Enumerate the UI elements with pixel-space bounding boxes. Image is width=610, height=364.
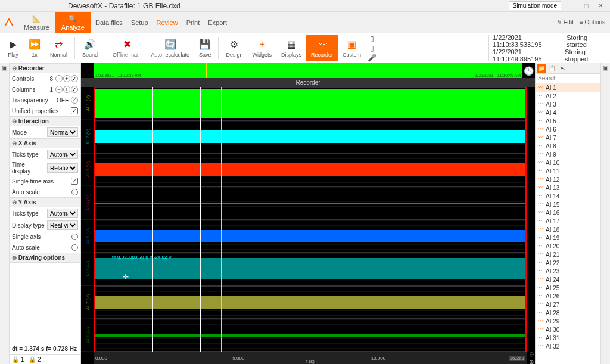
cursor-play[interactable] [221,87,222,352]
channel-item-ai-9[interactable]: 〰AI 9 [536,150,600,158]
channel-item-ai-31[interactable]: 〰AI 31 [536,334,600,342]
widgets-button[interactable]: ＋Widgets [247,35,276,61]
track-2[interactable] [94,120,527,154]
displays-button[interactable]: ▦Displays [276,35,306,61]
channel-item-ai-6[interactable]: 〰AI 6 [536,125,600,133]
channel-item-ai-5[interactable]: 〰AI 5 [536,117,600,125]
custom-button[interactable]: ▣Custom [338,35,366,61]
section-xaxis[interactable]: X Axis [10,138,80,148]
zoom-in-icon[interactable]: ⊕ [529,359,534,364]
track-5[interactable] [94,220,527,253]
maximize-button[interactable]: □ [579,1,593,11]
track-4[interactable] [94,186,527,220]
save-button[interactable]: 💾Save [194,35,216,61]
search-input[interactable] [536,74,610,83]
mic-icon[interactable]: 🎤 [368,54,376,62]
singletime-checkbox[interactable]: ✓ [71,178,78,185]
channel-item-ai-11[interactable]: 〰AI 11 [536,167,600,175]
timedisplay-select[interactable]: Relative [47,163,78,173]
channel-item-ai-14[interactable]: 〰AI 14 [536,192,600,200]
track-7[interactable] [94,286,527,319]
submenu-item-review[interactable]: Review [157,19,178,26]
crosshair-icon[interactable]: ✛ [123,273,129,281]
play-button[interactable]: ▶Play [2,35,24,61]
channel-item-ai-21[interactable]: 〰AI 21 [536,250,600,259]
lock-2[interactable]: 🔒 2 [29,356,41,363]
right-panel-toggle-icon[interactable]: ▣ [603,64,608,71]
channel-item-ai-19[interactable]: 〰AI 19 [536,234,600,242]
channel-item-ai-30[interactable]: 〰AI 30 [536,325,600,334]
controls-minus[interactable]: − [55,75,63,82]
channel-item-ai-23[interactable]: 〰AI 23 [536,267,600,275]
options-link[interactable]: ≡ Options [580,19,605,26]
channel-item-ai-16[interactable]: 〰AI 16 [536,209,600,217]
channel-item-ai-27[interactable]: 〰AI 27 [536,300,600,309]
track-1[interactable] [94,87,527,120]
lock-1[interactable]: 🔒 1 [12,356,24,363]
mode-select[interactable]: Normal [47,127,78,137]
controls-check[interactable]: ✓ [71,75,78,82]
track-8[interactable] [94,319,527,352]
track-6[interactable]: t= 0.920000; AI 6 = -24.82 V✛ [94,253,527,286]
overview-strip[interactable]: 1/22/2021 - 11:10:33 AM 1/22/2021 - 11:1… [81,63,535,79]
analyze-tab[interactable]: 🔍 Analyze [55,12,91,33]
auto-recalc-button[interactable]: 🔄Auto recalculate [146,35,194,61]
section-interaction[interactable]: Interaction [10,116,80,126]
offline-math-button[interactable]: ✖Offline math [108,35,146,61]
autoscaley-radio[interactable] [71,244,78,251]
overview-cursor[interactable] [206,63,207,78]
cursor-1[interactable] [152,87,153,352]
channel-item-ai-28[interactable]: 〰AI 28 [536,309,600,317]
track-3[interactable] [94,153,527,186]
left-panel-toggle-icon[interactable]: ▣ [2,64,7,71]
channel-item-ai-1[interactable]: 〰AI 1 [536,83,600,92]
section-drawing[interactable]: Drawing options [10,253,80,263]
clock-icon[interactable]: 🕓 [522,63,535,78]
submenu-item-print[interactable]: Print [186,19,200,26]
channel-copy-icon[interactable]: 📋 [547,64,557,73]
recorder-button[interactable]: 〰Recorder [306,35,338,61]
channel-item-ai-17[interactable]: 〰AI 17 [536,217,600,225]
singleaxis-radio[interactable] [71,234,78,240]
channel-item-ai-25[interactable]: 〰AI 25 [536,284,600,292]
channel-item-ai-8[interactable]: 〰AI 8 [536,142,600,150]
edit-link[interactable]: ✎ Edit [557,19,574,26]
measure-tab[interactable]: 📐 Measure [18,12,55,33]
section-yaxis[interactable]: Y Axis [10,197,80,207]
channel-item-ai-18[interactable]: 〰AI 18 [536,225,600,234]
channel-item-ai-7[interactable]: 〰AI 7 [536,133,600,142]
channel-item-ai-32[interactable]: 〰AI 32 [536,342,600,350]
channel-item-ai-13[interactable]: 〰AI 13 [536,183,600,192]
columns-check[interactable]: ✓ [71,86,78,93]
autoscalex-radio[interactable] [71,189,78,195]
mode-button[interactable]: ⇄Normal [45,35,72,61]
columns-plus[interactable]: + [63,86,70,93]
channel-item-ai-2[interactable]: 〰AI 2 [536,92,600,100]
channel-item-ai-4[interactable]: 〰AI 4 [536,108,600,117]
channel-cursor-icon[interactable]: ↖ [558,64,568,73]
zoom-out-icon[interactable]: ⊖ [529,351,534,357]
recorder-area[interactable]: AI 1 (V)AI 2 (V)AI 3 (V)AI 4 (V)AI 5 (V)… [81,87,535,364]
marker-b-icon[interactable]: ▯ [370,44,374,52]
controls-plus[interactable]: + [63,75,70,82]
transparency-toggle[interactable]: ✓ [71,97,78,104]
channel-item-ai-15[interactable]: 〰AI 15 [536,200,600,209]
channel-item-ai-24[interactable]: 〰AI 24 [536,275,600,284]
columns-minus[interactable]: − [55,86,63,93]
close-button[interactable]: ✕ [593,1,608,11]
channel-item-ai-10[interactable]: 〰AI 10 [536,158,600,167]
marker-a-icon[interactable]: ▯ [370,35,374,43]
displaytype-select[interactable]: Real value [47,220,78,230]
unified-checkbox[interactable]: ✓ [71,107,78,114]
submenu-item-setup[interactable]: Setup [131,19,148,26]
channel-folder-icon[interactable]: 📁 [537,64,546,73]
channel-item-ai-3[interactable]: 〰AI 3 [536,100,600,108]
tickstypey-select[interactable]: Automatic [47,209,78,218]
sound-button[interactable]: 🔊Sound [77,35,102,61]
x-axis[interactable]: 0.000 5.000 10.000 16.362 t (s) ⊖ ⊕ [94,352,527,364]
speed-button[interactable]: ⏩1x [24,35,45,61]
cursor-2[interactable] [200,87,201,352]
channel-item-ai-22[interactable]: 〰AI 22 [536,259,600,267]
submenu-item-export[interactable]: Export [208,19,227,26]
section-recorder[interactable]: Recorder [10,63,80,73]
